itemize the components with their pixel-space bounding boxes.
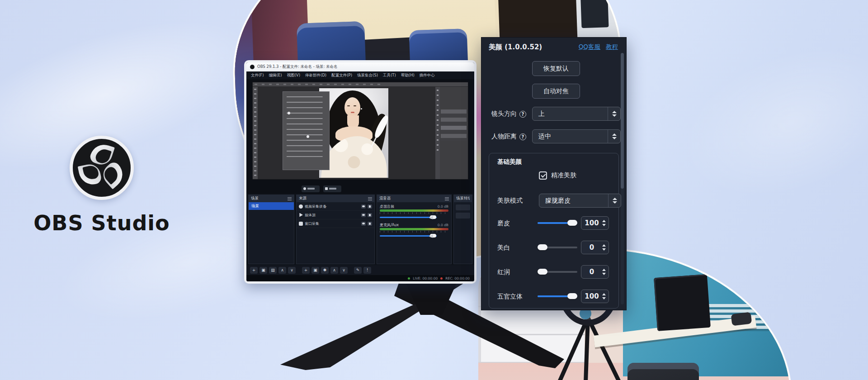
slider-handle[interactable] (538, 244, 547, 250)
visibility-eye-icon[interactable] (361, 213, 366, 217)
obs-menubar: 文件(F)编辑(E)视图(V)停靠部件(D)配置文件(P)场景集合(S)工具(T… (246, 71, 474, 79)
alert-icon[interactable]: ! (363, 267, 371, 274)
menu-item[interactable]: 视图(V) (287, 73, 300, 78)
spin-up-icon[interactable] (602, 244, 606, 247)
move-down-icon[interactable]: ∨ (340, 267, 348, 274)
obs-window-title: OBS 29.1.3 - 配置文件: 未命名 - 场景: 未命名 (257, 64, 338, 70)
value-spinbox[interactable]: 100 (581, 216, 609, 230)
preview-chip[interactable] (323, 185, 341, 192)
dock-menu-icon[interactable] (368, 197, 372, 200)
slider-handle[interactable] (567, 220, 577, 226)
spinbox-value: 0 (581, 243, 602, 252)
source-row[interactable]: 媒体源 (297, 211, 374, 219)
lock-icon[interactable] (368, 213, 372, 217)
panel-scrollbar[interactable] (621, 53, 624, 304)
beauty-slider[interactable] (538, 244, 577, 251)
source-row[interactable]: 窗口采集 (297, 219, 374, 228)
add-icon[interactable]: + (302, 267, 310, 274)
qq-support-link[interactable]: QQ客服 (579, 43, 600, 51)
autofocus-button[interactable]: 自动对焦 (532, 84, 580, 99)
tutorial-link[interactable]: 教程 (606, 43, 618, 51)
precise-skin-checkbox-row[interactable]: 精准美肤 (539, 171, 576, 180)
duplicate-icon[interactable]: ▤ (269, 267, 277, 274)
help-icon[interactable]: ? (519, 133, 526, 140)
transition-duration[interactable] (456, 213, 470, 218)
lock-icon[interactable] (368, 222, 372, 226)
mixer-dock-title: 混音器 (379, 196, 391, 201)
beauty-slider[interactable] (538, 293, 577, 299)
scenes-dock-title: 场景 (251, 196, 259, 201)
transition-select[interactable] (456, 204, 470, 210)
spin-down-icon[interactable] (602, 273, 606, 275)
preview-chip[interactable] (302, 185, 320, 192)
panel-header: 美颜 (1.0.0.52) QQ客服 教程 (489, 42, 618, 52)
value-spinbox[interactable]: 100 (581, 290, 609, 303)
skin-mode-select[interactable]: 朦胧磨皮 (539, 194, 621, 208)
edit-icon[interactable]: ✎ (354, 267, 362, 274)
camera-direction-select[interactable]: 上 (532, 107, 621, 121)
lock-icon[interactable] (368, 204, 372, 209)
visibility-eye-icon[interactable] (361, 204, 366, 209)
spinbox-arrows-icon[interactable] (602, 293, 609, 299)
dock-menu-icon[interactable] (445, 197, 449, 200)
trash-icon[interactable]: ▣ (311, 267, 319, 274)
slider-handle[interactable] (567, 293, 577, 299)
ps-toolbar (253, 87, 258, 179)
scenes-dock: 场景 场景 (248, 195, 294, 264)
checkbox-checked-icon[interactable] (539, 171, 547, 180)
basic-beauty-group: 基础美颜 精准美肤 美肤模式 朦胧磨皮 磨皮100美白0红润0五官立体100 (489, 153, 619, 309)
eye (347, 105, 350, 106)
spin-down-icon[interactable] (602, 297, 606, 299)
value-spinbox[interactable]: 0 (581, 265, 609, 279)
spinbox-arrows-icon[interactable] (602, 269, 609, 275)
move-up-icon[interactable]: ∧ (278, 267, 286, 274)
ps-options-bar (253, 82, 468, 87)
spin-up-icon[interactable] (602, 220, 606, 222)
value-spinbox[interactable]: 0 (581, 241, 609, 254)
settings-icon[interactable]: ✱ (321, 267, 329, 274)
volume-slider-track (380, 235, 437, 237)
select-spinner-icon[interactable] (608, 130, 620, 143)
spinbox-arrows-icon[interactable] (602, 220, 609, 226)
spin-up-icon[interactable] (602, 269, 606, 271)
红润-label: 红润 (497, 268, 510, 276)
stream-health-icon (408, 277, 410, 280)
menu-item[interactable]: 停靠部件(D) (305, 73, 326, 78)
person-distance-label: 人物距离 ? (491, 133, 526, 141)
spinbox-value: 100 (581, 219, 602, 227)
beauty-slider[interactable] (538, 269, 577, 275)
menu-item[interactable]: 场景集合(S) (357, 73, 378, 78)
volume-slider[interactable] (380, 215, 437, 219)
move-up-icon[interactable]: ∧ (330, 267, 338, 274)
spin-down-icon[interactable] (602, 248, 606, 251)
help-icon[interactable]: ? (519, 111, 526, 118)
beauty-slider-row: 磨皮100 (489, 216, 618, 230)
obs-titlebar: OBS 29.1.3 - 配置文件: 未命名 - 场景: 未命名 (246, 62, 474, 71)
add-icon[interactable]: + (250, 267, 258, 274)
move-down-icon[interactable]: ∨ (288, 267, 296, 274)
menu-item[interactable]: 文件(F) (251, 73, 264, 78)
menu-item[interactable]: 编辑(E) (269, 73, 282, 78)
dock-menu-icon[interactable] (288, 197, 292, 200)
source-row[interactable]: 视频采集设备 (297, 202, 374, 211)
restore-defaults-button[interactable]: 恢复默认 (532, 61, 580, 76)
volume-slider[interactable] (380, 233, 437, 238)
trash-icon[interactable]: ▣ (259, 267, 267, 274)
menu-item[interactable]: 配置文件(P) (331, 73, 352, 78)
obs-preview-toggle-chips (246, 184, 474, 194)
menu-item[interactable]: 帮助(H) (401, 73, 415, 78)
menu-item[interactable]: 工具(T) (383, 73, 396, 78)
spinbox-arrows-icon[interactable] (602, 244, 609, 251)
select-spinner-icon[interactable] (608, 194, 621, 207)
select-spinner-icon[interactable] (608, 107, 620, 120)
spin-down-icon[interactable] (602, 224, 606, 226)
beauty-slider[interactable] (538, 220, 577, 226)
volume-slider-track (380, 217, 437, 218)
spin-up-icon[interactable] (602, 293, 606, 295)
scene-row-selected[interactable]: 场景 (249, 202, 294, 210)
美白-label: 美白 (497, 244, 510, 252)
visibility-eye-icon[interactable] (361, 222, 366, 226)
slider-handle[interactable] (538, 269, 547, 275)
menu-item[interactable]: 插件中心 (420, 73, 435, 78)
person-distance-select[interactable]: 适中 (532, 129, 621, 143)
